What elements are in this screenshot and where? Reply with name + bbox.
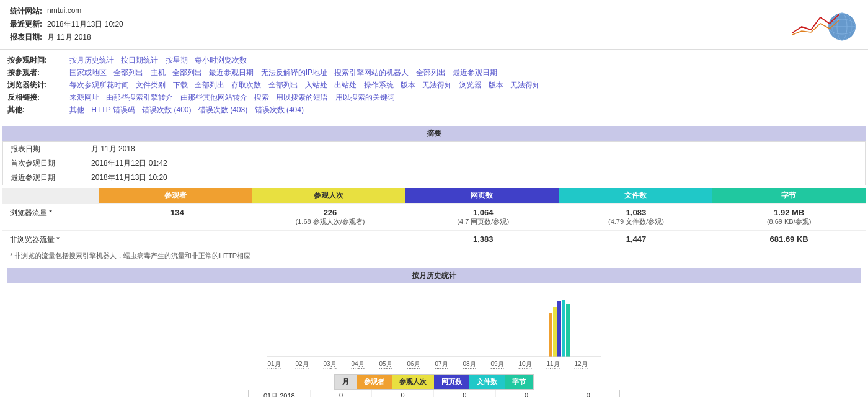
- logo: [786, 5, 861, 42]
- svg-rect-9: [566, 304, 570, 357]
- browser-visits-col: 226 (1.68 参观人次/参观者): [254, 204, 407, 230]
- browser-pages-col: 1,064 (4.7 网页数/参观): [407, 204, 560, 230]
- nav-link-exit[interactable]: 出站处: [334, 81, 356, 89]
- nonbrowser-pages: 1,383: [412, 234, 555, 244]
- nav-link-unknown2[interactable]: 无法得知: [510, 81, 540, 89]
- nav-link-version[interactable]: 版本: [401, 81, 415, 89]
- nav-link-recent-date[interactable]: 最近参观日期: [453, 68, 497, 77]
- svg-text:2018: 2018: [518, 367, 533, 369]
- browser-bytes-col: 1.92 MB (8.69 KB/参观): [712, 204, 866, 230]
- svg-text:06月: 06月: [407, 360, 420, 367]
- nav-link-hourly[interactable]: 每小时浏览次数: [195, 56, 247, 65]
- nav-link-os[interactable]: 操作系统: [364, 81, 394, 89]
- last-visit-row-label: 最近参观日期: [3, 171, 84, 185]
- nav-link-error-403[interactable]: 错误次数 (403): [198, 105, 247, 114]
- first-visit-row-value: 2018年11月12日 01:42: [84, 156, 865, 171]
- nonbrowser-visitors-col: [100, 231, 254, 249]
- nav-link-unknown1[interactable]: 无法得知: [422, 81, 452, 89]
- nav-link-weekly[interactable]: 按星期: [166, 56, 188, 65]
- first-visit-row-label: 首次参观日期: [3, 156, 84, 171]
- last-visit-row-value: 2018年11月13日 10:20: [84, 171, 865, 185]
- svg-text:10月: 10月: [518, 360, 531, 367]
- col-bytes-header: 字节: [712, 188, 866, 203]
- backlinks-links: 来源网址 由那些搜索引擎转介 由那些其他网站转介 搜索 用以搜索的短语 用以搜索…: [69, 92, 861, 103]
- nav-backlinks: 反相链接: 来源网址 由那些搜索引擎转介 由那些其他网站转介 搜索 用以搜索的短…: [7, 92, 861, 103]
- nav-link-search-keyword[interactable]: 用以搜索的关键词: [335, 93, 395, 102]
- nav-section: 按参观时间: 按月历史统计 按日期统计 按星期 每小时浏览次数 按参观者: 国家…: [0, 50, 868, 121]
- nav-link-access-count[interactable]: 存取次数: [231, 81, 261, 89]
- svg-text:09月: 09月: [490, 360, 503, 367]
- legend-visitors: 参观者: [356, 375, 392, 389]
- svg-text:2018: 2018: [435, 367, 449, 369]
- nav-link-file-type[interactable]: 文件类别: [136, 81, 166, 89]
- svg-text:2018: 2018: [351, 367, 365, 369]
- legend-pages: 网页数: [434, 375, 469, 389]
- svg-text:05月: 05月: [379, 360, 392, 367]
- nav-link-last-visit-date[interactable]: 最近参观日期: [209, 68, 254, 77]
- summary-note: * 非浏览的流量包括搜索引擎机器人，蠕虫病毒产生的流量和非正常的HTTP相应: [2, 249, 866, 263]
- browser-label: 浏览器统计:: [7, 80, 69, 91]
- svg-text:04月: 04月: [351, 360, 364, 367]
- nav-link-error-400[interactable]: 错误次数 (400): [142, 105, 191, 114]
- nav-link-error-404[interactable]: 错误次数 (404): [255, 105, 304, 114]
- nav-link-search-phrase[interactable]: 用以搜索的短语: [276, 93, 328, 102]
- svg-text:02月: 02月: [295, 360, 308, 367]
- svg-text:11月: 11月: [546, 360, 559, 367]
- nonbrowser-pages-col: 1,383: [407, 231, 560, 249]
- nav-visit-time: 按参观时间: 按月历史统计 按日期统计 按星期 每小时浏览次数: [7, 55, 861, 66]
- monthly-section: 按月历史统计 01月 2018 02月 2018 03月 2018: [0, 263, 868, 397]
- bar-chart: 01月 2018 02月 2018 03月 2018 04月 2018 05月 …: [267, 295, 601, 369]
- nav-link-version2[interactable]: 版本: [489, 81, 503, 89]
- browser-pages-sub: (4.7 网页数/参观): [412, 217, 555, 226]
- nav-other: 其他: 其他 HTTP 错误码 错误次数 (400) 错误次数 (403) 错误…: [7, 105, 861, 115]
- nav-link-all1[interactable]: 全部列出: [113, 68, 143, 77]
- svg-text:08月: 08月: [463, 360, 476, 367]
- nav-link-source-url[interactable]: 来源网址: [69, 93, 99, 102]
- nav-link-unresolved-ip[interactable]: 无法反解译的IP地址: [261, 68, 327, 77]
- bottom-visits: 0: [372, 390, 434, 397]
- browser-files-col: 1,083 (4.79 文件数/参观): [560, 204, 713, 230]
- nonbrowser-files-col: 1,447: [560, 231, 713, 249]
- nav-link-host[interactable]: 主机: [151, 68, 166, 77]
- report-date-row-label: 报表日期: [3, 142, 84, 156]
- nonbrowser-bytes-col: 681.69 KB: [712, 231, 866, 249]
- svg-text:03月: 03月: [323, 360, 336, 367]
- nav-link-other-sites-ref[interactable]: 由那些其他网站转介: [180, 93, 247, 102]
- nav-link-all2[interactable]: 全部列出: [172, 68, 202, 77]
- svg-text:2018: 2018: [574, 367, 588, 369]
- nav-link-robots[interactable]: 搜索引擎网站的机器人: [334, 68, 409, 77]
- summary-title: 摘要: [2, 126, 866, 141]
- nav-link-all4[interactable]: 全部列出: [195, 81, 224, 89]
- nonbrowser-files: 1,447: [565, 234, 708, 244]
- browser-pages: 1,064: [412, 208, 555, 217]
- site-value: nmtui.com: [45, 5, 126, 18]
- report-date-label: 报表日期:: [7, 31, 45, 44]
- browser-files-sub: (4.79 文件数/参观): [565, 217, 708, 226]
- nav-link-monthly-history[interactable]: 按月历史统计: [69, 56, 114, 65]
- nav-link-download[interactable]: 下载: [173, 81, 188, 89]
- nav-link-http-error[interactable]: HTTP 错误码: [91, 105, 135, 114]
- nav-link-visit-duration[interactable]: 每次参观所花时间: [69, 81, 129, 89]
- nav-link-entry[interactable]: 入站处: [305, 81, 327, 89]
- report-date-value: 月 11月 2018: [45, 31, 126, 44]
- nav-link-daily-stats[interactable]: 按日期统计: [121, 56, 158, 65]
- browser-label: 浏览器流量 *: [10, 208, 52, 217]
- monthly-title: 按月历史统计: [7, 268, 861, 283]
- svg-text:2018: 2018: [407, 367, 421, 369]
- nav-link-search-engine-ref[interactable]: 由那些搜索引擎转介: [106, 93, 173, 102]
- nav-link-other[interactable]: 其他: [69, 105, 84, 114]
- nav-link-browser[interactable]: 浏览器: [459, 81, 482, 89]
- svg-rect-6: [553, 307, 557, 357]
- bottom-bytes: 0: [557, 390, 619, 397]
- svg-rect-7: [557, 301, 561, 357]
- svg-text:2018: 2018: [463, 367, 477, 369]
- summary-info: 报表日期 月 11月 2018 首次参观日期 2018年11月12日 01:42…: [2, 141, 866, 185]
- header: 统计网站: nmtui.com 最近更新: 2018年11月13日 10:20 …: [0, 0, 868, 50]
- bottom-pages: 0: [434, 390, 496, 397]
- nav-link-all3[interactable]: 全部列出: [416, 68, 446, 77]
- nav-link-country[interactable]: 国家或地区: [69, 68, 107, 77]
- bottom-month: 01月 2018: [249, 390, 311, 397]
- nav-link-all5[interactable]: 全部列出: [268, 81, 298, 89]
- nav-link-search[interactable]: 搜索: [254, 93, 269, 102]
- visit-time-links: 按月历史统计 按日期统计 按星期 每小时浏览次数: [69, 55, 861, 66]
